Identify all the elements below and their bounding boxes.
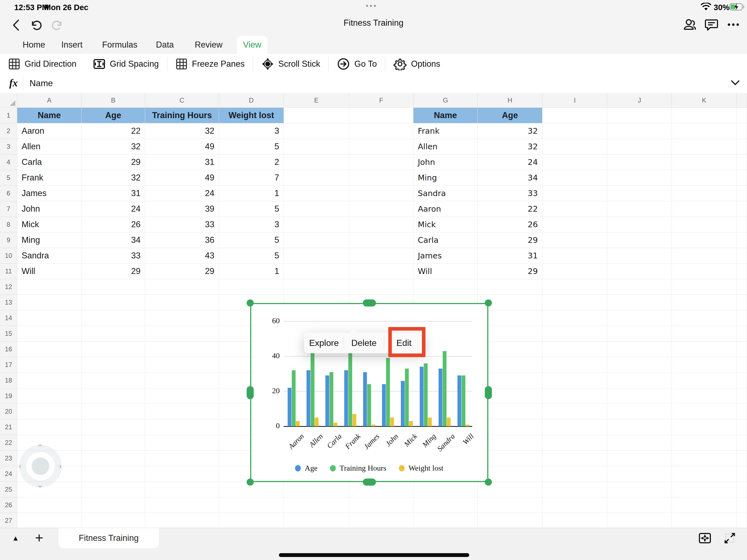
cell-A5[interactable]: Frank [17, 170, 81, 186]
cell-x14[interactable] [737, 310, 747, 326]
cell-G8[interactable]: Mick [413, 217, 478, 232]
cell-C26[interactable] [145, 498, 219, 513]
cell-K15[interactable] [672, 326, 737, 341]
cell-D3[interactable]: 5 [219, 139, 284, 154]
cell-B2[interactable]: 22 [81, 123, 145, 139]
tab-review[interactable]: Review [186, 36, 231, 54]
cell-E2[interactable] [284, 123, 349, 139]
cell-K19[interactable] [672, 388, 737, 404]
cell-D8[interactable]: 3 [219, 217, 284, 232]
cell-B7[interactable]: 24 [81, 201, 145, 217]
cell-x23[interactable] [737, 451, 747, 466]
cell-C10[interactable]: 43 [145, 248, 219, 263]
row-header-23[interactable]: 23 [0, 451, 17, 466]
cell-B26[interactable] [81, 498, 145, 513]
cell-F9[interactable] [349, 232, 413, 248]
joystick-knob[interactable] [32, 457, 49, 475]
cell-C25[interactable] [145, 482, 219, 498]
cell-H2[interactable]: 32 [478, 123, 542, 139]
cell-J11[interactable] [607, 263, 672, 279]
cell-J8[interactable] [607, 217, 672, 232]
cell-x22[interactable] [737, 435, 747, 451]
cell-x9[interactable] [737, 232, 747, 248]
cell-F7[interactable] [349, 201, 413, 217]
cell-C17[interactable] [145, 357, 219, 373]
cell-K9[interactable] [672, 232, 737, 248]
cell-K7[interactable] [672, 201, 737, 217]
resize-handle-top-left[interactable] [247, 299, 254, 307]
cell-D6[interactable]: 1 [219, 186, 284, 201]
cell-H4[interactable]: 24 [478, 154, 542, 170]
cell-E12[interactable] [284, 279, 349, 295]
cell-D9[interactable]: 5 [219, 232, 284, 248]
row-header-26[interactable]: 26 [0, 498, 17, 513]
cell-J2[interactable] [607, 123, 672, 139]
select-all-corner[interactable] [0, 93, 17, 108]
cell-K5[interactable] [672, 170, 737, 186]
cell-C19[interactable] [145, 388, 219, 404]
cell-B22[interactable] [81, 435, 145, 451]
cell-F5[interactable] [349, 170, 413, 186]
cell-J15[interactable] [607, 326, 672, 341]
column-header-B[interactable]: B [81, 93, 145, 108]
cell-D10[interactable]: 5 [219, 248, 284, 263]
cell-B11[interactable]: 29 [81, 263, 145, 279]
cell-D4[interactable]: 2 [219, 154, 284, 170]
cell-I1[interactable] [542, 108, 607, 123]
tool-grid-direction[interactable]: Grid Direction [0, 57, 85, 71]
cell-I23[interactable] [542, 451, 607, 466]
resize-handle-top-right[interactable] [485, 299, 492, 307]
cell-x7[interactable] [737, 201, 747, 217]
cell-I12[interactable] [542, 279, 607, 295]
cell-K17[interactable] [672, 357, 737, 373]
row-header-9[interactable]: 9 [0, 232, 17, 248]
cell-x17[interactable] [737, 357, 747, 373]
row-header-21[interactable]: 21 [0, 419, 17, 435]
cell-J26[interactable] [607, 498, 672, 513]
cell-C20[interactable] [145, 404, 219, 419]
cell-G12[interactable] [413, 279, 478, 295]
column-header-C[interactable]: C [145, 93, 219, 108]
cell-K13[interactable] [672, 295, 737, 310]
cell-I14[interactable] [542, 310, 607, 326]
tool-grid-spacing[interactable]: Grid Spacing [85, 57, 167, 71]
cell-J13[interactable] [607, 295, 672, 310]
tool-go-to[interactable]: Go To [329, 57, 385, 71]
cell-C22[interactable] [145, 435, 219, 451]
cell-C6[interactable]: 24 [145, 186, 219, 201]
active-sheet-tab[interactable]: Fitness Training [58, 528, 159, 548]
cell-A26[interactable] [17, 498, 81, 513]
cell-J24[interactable] [607, 466, 672, 482]
cell-G27[interactable] [413, 513, 478, 528]
cell-I6[interactable] [542, 186, 607, 201]
cell-x13[interactable] [737, 295, 747, 310]
cell-C7[interactable]: 39 [145, 201, 219, 217]
cell-H1[interactable]: Age [478, 108, 542, 123]
cell-C1[interactable]: Training Hours [145, 108, 219, 123]
comments-icon[interactable] [703, 17, 720, 33]
column-header-F[interactable]: F [349, 93, 413, 108]
cell-C11[interactable]: 29 [145, 263, 219, 279]
cell-H26[interactable] [478, 498, 542, 513]
row-header-18[interactable]: 18 [0, 373, 17, 388]
row-header-1[interactable]: 1 [0, 108, 17, 123]
cell-K27[interactable] [672, 513, 737, 528]
cell-J1[interactable] [607, 108, 672, 123]
cell-x10[interactable] [737, 248, 747, 263]
cell-E9[interactable] [284, 232, 349, 248]
row-header-7[interactable]: 7 [0, 201, 17, 217]
resize-handle-left[interactable] [247, 386, 254, 399]
cell-J5[interactable] [607, 170, 672, 186]
cell-C27[interactable] [145, 513, 219, 528]
resize-handle-right[interactable] [485, 386, 492, 399]
cell-J17[interactable] [607, 357, 672, 373]
cell-A4[interactable]: Carla [17, 154, 81, 170]
cell-x6[interactable] [737, 186, 747, 201]
cell-A7[interactable]: John [17, 201, 81, 217]
cell-I19[interactable] [542, 388, 607, 404]
cell-A3[interactable]: Allen [17, 139, 81, 154]
cell-B9[interactable]: 34 [81, 232, 145, 248]
cell-C13[interactable] [145, 295, 219, 310]
cell-K16[interactable] [672, 341, 737, 357]
cell-F2[interactable] [349, 123, 413, 139]
